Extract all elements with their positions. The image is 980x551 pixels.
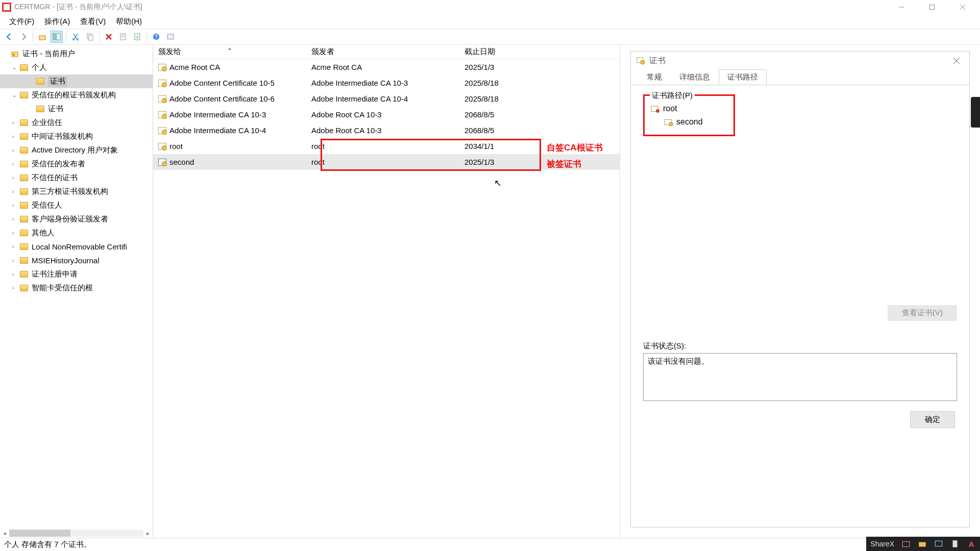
certificate-icon	[158, 80, 166, 87]
folder-icon	[19, 284, 29, 292]
dialog-title: 证书	[649, 56, 666, 66]
list-header: 颁发给▲ 颁发者 截止日期	[153, 45, 620, 59]
certificate-icon	[636, 56, 645, 65]
tree-item-1[interactable]: ⌄受信任的根证书颁发机构	[0, 88, 153, 102]
folder-icon	[36, 105, 45, 113]
tree-item-3[interactable]: ›中间证书颁发机构	[0, 130, 153, 143]
window-controls	[886, 0, 978, 14]
dialog-tabs: 常规 详细信息 证书路径	[631, 70, 969, 85]
certificate-dialog: 证书 常规 详细信息 证书路径 证书路径(P) root second	[630, 51, 970, 528]
help-button[interactable]: ?	[150, 31, 162, 43]
refresh-button[interactable]	[164, 31, 177, 43]
edge-tab[interactable]	[971, 97, 980, 128]
tree-item-root[interactable]: 证书 - 当前用户	[0, 47, 153, 61]
column-issuer[interactable]: 颁发者	[306, 47, 459, 57]
sharex-label: ShareX	[870, 540, 894, 548]
tree-item-0-0[interactable]: 证书	[0, 74, 153, 88]
sharex-doc-icon[interactable]	[950, 539, 960, 548]
tree-item-10[interactable]: ›其他人	[0, 226, 153, 240]
certificate-icon	[158, 95, 166, 103]
cert-child-icon	[664, 118, 673, 126]
sharex-capture-icon[interactable]	[901, 539, 911, 548]
cert-path-label: 证书路径(P)	[650, 91, 695, 101]
forward-button[interactable]	[17, 31, 30, 43]
cert-row[interactable]: Adobe Intermediate CA 10-4Adobe Root CA …	[153, 122, 620, 138]
svg-rect-29	[919, 542, 926, 547]
menu-action[interactable]: 操作(A)	[39, 15, 75, 29]
tree-horizontal-scrollbar[interactable]: ◄ ►	[0, 529, 153, 538]
export-button[interactable]	[131, 31, 143, 43]
tree-item-14[interactable]: ›智能卡受信任的根	[0, 281, 153, 295]
show-tree-button[interactable]	[51, 31, 63, 43]
folder-icon	[19, 215, 29, 223]
cert-row[interactable]: Acme Root CAAcme Root CA2025/1/3	[153, 59, 620, 75]
svg-point-27	[669, 122, 673, 126]
folder-icon	[19, 229, 29, 237]
cert-row[interactable]: Adobe Intermediate CA 10-3Adobe Root CA …	[153, 107, 620, 122]
tab-cert-path[interactable]: 证书路径	[719, 69, 767, 85]
tree-item-6[interactable]: ›不信任的证书	[0, 171, 153, 185]
certificate-icon	[158, 143, 166, 150]
tree-item-2[interactable]: ›企业信任	[0, 116, 153, 130]
tab-general[interactable]: 常规	[638, 69, 671, 85]
tree-item-11[interactable]: ›Local NonRemovable Certifi	[0, 240, 153, 254]
tree-item-9[interactable]: ›客户端身份验证颁发者	[0, 212, 153, 226]
menu-help[interactable]: 帮助(H)	[111, 15, 147, 29]
svg-rect-1	[930, 5, 935, 10]
path-root[interactable]: root	[651, 102, 727, 115]
sharex-text-icon[interactable]: A	[967, 539, 976, 548]
menu-view[interactable]: 查看(V)	[75, 15, 111, 29]
maximize-button[interactable]	[917, 0, 947, 14]
svg-rect-31	[953, 540, 958, 547]
window-title: CERTMGR - [证书 - 当前用户\个人\证书]	[14, 3, 886, 12]
annotation-root: 自签CA根证书	[547, 142, 603, 154]
properties-button[interactable]	[117, 31, 129, 43]
cert-status-label: 证书状态(S):	[643, 341, 957, 351]
dialog-titlebar: 证书	[631, 52, 969, 70]
cert-row[interactable]: Adobe Content Certificate 10-5Adobe Inte…	[153, 75, 620, 91]
path-child[interactable]: second	[651, 115, 727, 129]
svg-text:?: ?	[155, 34, 158, 40]
svg-point-19	[13, 54, 15, 56]
close-button[interactable]	[947, 0, 978, 14]
svg-rect-10	[89, 35, 93, 40]
menu-bar: 文件(F) 操作(A) 查看(V) 帮助(H)	[0, 14, 980, 29]
tree-item-12[interactable]: ›MSIEHistoryJournal	[0, 254, 153, 267]
cut-button[interactable]	[69, 31, 82, 43]
svg-rect-17	[167, 34, 174, 39]
tab-details[interactable]: 详细信息	[671, 69, 719, 85]
column-expiry[interactable]: 截止日期	[459, 47, 536, 57]
menu-file[interactable]: 文件(F)	[4, 15, 39, 29]
back-button[interactable]	[3, 31, 15, 43]
cert-row[interactable]: Adobe Content Certificate 10-6Adobe Inte…	[153, 91, 620, 107]
svg-rect-4	[39, 36, 45, 40]
folder-icon	[19, 146, 29, 155]
tree-item-1-0[interactable]: 证书	[0, 102, 153, 116]
sharex-screen-icon[interactable]	[934, 539, 943, 548]
tree-item-13[interactable]: ›证书注册申请	[0, 267, 153, 281]
sharex-toolbar[interactable]: ShareX A	[866, 537, 980, 551]
copy-button[interactable]	[84, 31, 96, 43]
view-certificate-button[interactable]: 查看证书(V)	[888, 305, 957, 321]
folder-icon	[19, 64, 29, 72]
column-issued-to[interactable]: 颁发给▲	[153, 47, 306, 57]
folder-icon	[19, 270, 29, 279]
certificate-icon	[158, 159, 166, 166]
tree-item-0[interactable]: ⌄个人	[0, 61, 153, 74]
tree-item-5[interactable]: ›受信任的发布者	[0, 157, 153, 171]
svg-rect-28	[902, 542, 910, 547]
tree-pane: 证书 - 当前用户⌄个人证书⌄受信任的根证书颁发机构证书›企业信任›中间证书颁发…	[0, 45, 153, 538]
ok-button[interactable]: 确定	[910, 411, 955, 428]
dialog-close-button[interactable]	[949, 57, 964, 64]
toolbar: ?	[0, 29, 980, 45]
minimize-button[interactable]	[886, 0, 917, 14]
tree-item-4[interactable]: ›Active Directory 用户对象	[0, 143, 153, 157]
tree-item-7[interactable]: ›第三方根证书颁发机构	[0, 185, 153, 198]
tree-item-8[interactable]: ›受信任人	[0, 198, 153, 212]
sharex-folder-icon[interactable]	[918, 539, 927, 548]
folder-icon	[19, 91, 29, 99]
list-pane: 颁发给▲ 颁发者 截止日期 Acme Root CAAcme Root CA20…	[153, 45, 620, 538]
up-button[interactable]	[36, 31, 48, 43]
delete-button[interactable]	[103, 31, 115, 43]
app-icon	[2, 3, 11, 12]
